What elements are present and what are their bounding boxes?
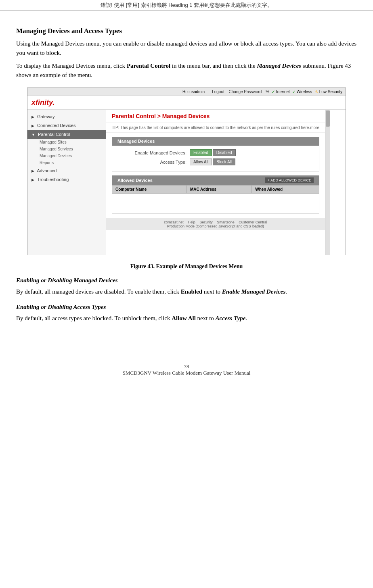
sidebar-item-connected-devices[interactable]: ▶ Connected Devices	[27, 121, 106, 130]
page-footer: 78 SMCD3GNV Wireless Cable Modem Gateway…	[0, 355, 373, 380]
managed-devices-header: Managed Devices	[112, 137, 319, 146]
parental-control-arrow: ▼	[31, 133, 35, 137]
screenshot-footer: comcast.net Help Security Smartzone Cust…	[106, 218, 325, 230]
allow-all-button[interactable]: Allow All	[190, 158, 212, 165]
screenshot-header: xfinity.	[27, 96, 346, 110]
sc-page-title: Parental Control > Managed Devices	[106, 110, 325, 123]
allowed-devices-table: Computer Name MAC Address When Allowed	[112, 185, 319, 214]
footer-customer-central[interactable]: Customer Central	[239, 220, 267, 224]
sub-heading-enabling-disabling: Enabling or Disabling Managed Devices	[16, 277, 357, 284]
footer-security[interactable]: Security	[199, 220, 213, 224]
screenshot-body: ▶ Gateway ▶ Connected Devices ▼ Parental…	[27, 110, 325, 255]
gateway-arrow: ▶	[31, 115, 34, 119]
footer-smartzone[interactable]: Smartzone	[217, 220, 235, 224]
screenshot-body-wrapper: ▶ Gateway ▶ Connected Devices ▼ Parental…	[27, 110, 346, 255]
error-bar: 錯誤! 使用 [常用] 索引標籤將 Heading 1 套用到您想要在此處顯示的…	[0, 0, 373, 11]
col-when-allowed: When Allowed	[252, 186, 319, 194]
sidebar-item-reports[interactable]: Reports	[36, 159, 106, 166]
enable-managed-devices-label: Enable Managed Devices:	[118, 150, 186, 155]
internet-indicator: ✓ Internet	[272, 90, 290, 94]
sub-para1: By default, all managed devices are disa…	[16, 287, 357, 296]
wireless-indicator: ✓ Wireless	[292, 90, 312, 94]
table-row-empty	[112, 194, 319, 214]
sc-tip-bar: TIP: This page has the list of computers…	[106, 123, 325, 133]
security-indicator: ⚠ Low Security	[314, 90, 342, 94]
screenshot-topbar: Hi cusadmin Logout Change Password % ✓ I…	[27, 88, 346, 96]
scrollbar-thumb[interactable]	[326, 111, 330, 127]
logout-link[interactable]: Logout	[212, 90, 224, 94]
intro-para1: Using the Managed Devices menu, you can …	[16, 39, 357, 57]
advanced-arrow: ▶	[31, 169, 34, 173]
block-all-button[interactable]: Block All	[213, 158, 235, 165]
access-type-row: Access Type: Allow All Block All	[118, 158, 313, 165]
parental-control-submenu: Managed Sites Managed Services Managed D…	[27, 139, 106, 166]
xfinity-logo: xfinity.	[31, 98, 54, 107]
screenshot: Hi cusadmin Logout Change Password % ✓ I…	[27, 88, 346, 255]
tip-text: TIP: This page has the list of computers…	[112, 125, 310, 130]
topbar-links: Logout Change Password	[209, 90, 262, 94]
screenshot-sidebar: ▶ Gateway ▶ Connected Devices ▼ Parental…	[27, 110, 106, 255]
screenshot-main-panel: Parental Control > Managed Devices TIP: …	[106, 110, 325, 255]
connected-devices-arrow: ▶	[31, 124, 34, 128]
add-allowed-device-button[interactable]: + ADD ALLOWED DEVICE	[265, 177, 314, 183]
sidebar-item-troubleshooting[interactable]: ▶ Troubleshooting	[27, 175, 106, 184]
figure-caption: Figure 43. Example of Managed Devices Me…	[16, 263, 357, 270]
nav-icons: % ✓ Internet ✓ Wireless ⚠ Low Security	[266, 90, 342, 94]
screenshot-scrollbar[interactable]	[325, 110, 330, 255]
intro-para2: To display the Managed Devices menu, cli…	[16, 61, 357, 79]
sidebar-item-managed-devices[interactable]: Managed Devices	[36, 152, 106, 159]
main-content: Managing Devices and Access Types Using …	[0, 11, 373, 343]
disabled-button[interactable]: Disabled	[213, 149, 236, 156]
footer-help[interactable]: Help	[188, 220, 195, 224]
access-type-label: Access Type:	[118, 160, 186, 165]
footer-mode-text: Production Mode (Compressed JavaScript a…	[108, 224, 323, 228]
troubleshooting-arrow: ▶	[31, 178, 34, 182]
allowed-devices-title: Allowed Devices	[117, 178, 153, 183]
sidebar-item-managed-sites[interactable]: Managed Sites	[36, 139, 106, 146]
section-heading: Managing Devices and Access Types	[16, 27, 357, 35]
footer-comcast[interactable]: comcast.net	[164, 220, 184, 224]
sub-heading-access-types: Enabling or Disabling Access Types	[16, 304, 357, 311]
col-computer-name: Computer Name	[112, 186, 187, 194]
change-password-link[interactable]: Change Password	[229, 90, 262, 94]
sub-para2: By default, all access types are blocked…	[16, 314, 357, 323]
enabled-button[interactable]: Enabled	[190, 149, 212, 156]
enable-managed-devices-row: Enable Managed Devices: Enabled Disabled	[118, 149, 313, 156]
allowed-devices-header: Allowed Devices + ADD ALLOWED DEVICE	[112, 175, 319, 185]
footer-links: comcast.net Help Security Smartzone Cust…	[108, 220, 323, 224]
managed-devices-body: Enable Managed Devices: Enabled Disabled…	[112, 146, 319, 171]
percent-indicator: %	[266, 90, 269, 94]
more-link[interactable]: more	[310, 125, 319, 130]
sidebar-item-gateway[interactable]: ▶ Gateway	[27, 112, 106, 121]
hi-user: Hi cusadmin	[182, 90, 205, 94]
doc-title: SMCD3GNV Wireless Cable Modem Gateway Us…	[0, 370, 373, 376]
col-mac-address: MAC Address	[186, 186, 251, 194]
page-number: 78	[0, 363, 373, 370]
sidebar-item-parental-control[interactable]: ▼ Parental Control	[27, 130, 106, 139]
sidebar-item-advanced[interactable]: ▶ Advanced	[27, 166, 106, 175]
sidebar-item-managed-services[interactable]: Managed Services	[36, 146, 106, 152]
